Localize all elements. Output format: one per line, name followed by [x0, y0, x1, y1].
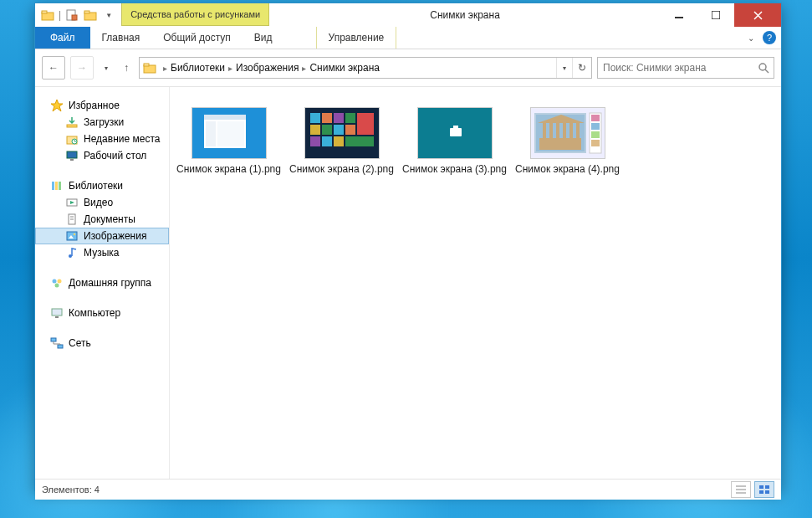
sidebar-libraries[interactable]: Библиотеки: [35, 177, 169, 194]
svg-rect-17: [70, 159, 74, 161]
sidebar-label: Библиотеки: [69, 180, 123, 192]
search-icon[interactable]: [753, 62, 774, 74]
svg-rect-58: [453, 126, 458, 129]
breadcrumb-sep-icon[interactable]: ▸: [160, 64, 171, 73]
close-button[interactable]: [734, 3, 781, 27]
history-dropdown-icon[interactable]: ▾: [99, 57, 114, 79]
breadcrumb-sep-icon[interactable]: ▸: [299, 64, 309, 73]
svg-rect-9: [144, 64, 149, 66]
up-button[interactable]: ↑: [119, 57, 134, 79]
maximize-button[interactable]: [697, 3, 734, 27]
sidebar-item-recent[interactable]: Недавние места: [35, 131, 169, 147]
file-name: Снимок экрана (2).png: [289, 164, 394, 176]
video-icon: [65, 196, 79, 209]
status-item-count: Элементов: 4: [42, 485, 100, 495]
svg-rect-55: [345, 136, 374, 146]
sidebar-network[interactable]: Сеть: [35, 335, 169, 351]
svg-rect-72: [591, 123, 600, 130]
svg-point-32: [55, 284, 59, 288]
view-thumbnails-button[interactable]: [754, 481, 774, 498]
properties-icon[interactable]: [64, 8, 79, 23]
file-item[interactable]: Снимок экрана (1).png: [176, 102, 281, 176]
tab-view[interactable]: Вид: [243, 27, 284, 49]
svg-rect-41: [217, 121, 244, 146]
breadcrumb-item[interactable]: Библиотеки: [171, 62, 225, 74]
sidebar-label: Компьютер: [69, 307, 120, 319]
sidebar-item-pictures[interactable]: Изображения: [35, 228, 169, 244]
status-bar: Элементов: 4: [35, 479, 781, 500]
sidebar-item-label: Загрузки: [84, 116, 124, 128]
breadcrumb[interactable]: ▸ Библиотеки ▸ Изображения ▸ Снимки экра…: [139, 57, 592, 79]
file-item[interactable]: Снимок экрана (4).png: [515, 102, 620, 176]
file-item[interactable]: Снимок экрана (3).png: [402, 102, 507, 176]
svg-rect-57: [450, 128, 462, 136]
sidebar-item-documents[interactable]: Документы: [35, 211, 169, 228]
libraries-icon: [50, 179, 64, 192]
forward-button: →: [70, 56, 94, 79]
computer-icon: [50, 306, 64, 320]
tab-file[interactable]: Файл: [35, 27, 90, 49]
minimize-button[interactable]: [661, 3, 697, 27]
sidebar-homegroup[interactable]: Домашняя группа: [35, 274, 169, 291]
file-name: Снимок экрана (4).png: [515, 164, 620, 176]
sidebar-item-video[interactable]: Видео: [35, 194, 169, 211]
breadcrumb-item[interactable]: Изображения: [236, 62, 299, 74]
svg-rect-35: [51, 338, 56, 341]
sidebar-label: Домашняя группа: [69, 277, 151, 289]
ribbon-expand-icon[interactable]: ⌄: [748, 33, 754, 43]
sidebar-item-downloads[interactable]: Загрузки: [35, 114, 169, 131]
svg-rect-45: [334, 113, 344, 123]
svg-rect-47: [357, 113, 374, 135]
new-folder-icon[interactable]: [83, 8, 98, 23]
pictures-icon: [65, 229, 79, 243]
view-details-button[interactable]: [731, 481, 751, 498]
search-box[interactable]: [597, 57, 774, 79]
svg-rect-19: [55, 182, 58, 190]
file-thumbnail: [304, 107, 380, 159]
back-button[interactable]: ←: [42, 56, 65, 79]
music-icon: [65, 246, 79, 259]
svg-rect-73: [591, 131, 600, 138]
svg-rect-20: [59, 182, 61, 190]
svg-rect-50: [334, 125, 344, 135]
qat-dropdown-icon[interactable]: ▼: [101, 8, 116, 23]
help-icon[interactable]: ?: [763, 31, 776, 44]
breadcrumb-history-icon[interactable]: ▾: [556, 58, 572, 78]
desktop-icon: [65, 149, 79, 162]
file-thumbnail: [192, 107, 267, 159]
sidebar-item-music[interactable]: Музыка: [35, 244, 169, 261]
sidebar-item-label: Видео: [84, 197, 113, 208]
search-input[interactable]: [598, 62, 753, 74]
file-list[interactable]: Снимок экрана (1).png Снимок экрана (2).…: [170, 87, 781, 479]
tab-home[interactable]: Главная: [90, 27, 152, 49]
refresh-icon[interactable]: ↻: [572, 58, 591, 78]
breadcrumb-folder-icon[interactable]: [140, 61, 160, 74]
folder-icon[interactable]: [40, 8, 55, 23]
sidebar-label: Сеть: [69, 337, 91, 349]
svg-rect-64: [549, 123, 553, 140]
svg-point-31: [58, 280, 62, 284]
tab-share[interactable]: Общий доступ: [151, 27, 243, 49]
sidebar-favorites[interactable]: Избранное: [35, 97, 169, 114]
svg-rect-53: [322, 136, 332, 146]
breadcrumb-sep-icon[interactable]: ▸: [225, 64, 236, 73]
breadcrumb-item[interactable]: Снимки экрана: [309, 62, 380, 74]
svg-rect-51: [345, 125, 355, 135]
file-item[interactable]: Снимок экрана (2).png: [289, 102, 394, 176]
file-name: Снимок экрана (1).png: [176, 164, 281, 176]
sidebar-item-desktop[interactable]: Рабочий стол: [35, 147, 169, 164]
quick-access-toolbar: | ▼: [35, 3, 121, 27]
svg-rect-5: [84, 11, 89, 13]
titlebar: | ▼ Средства работы с рисунками Снимки э…: [35, 3, 781, 27]
svg-rect-79: [765, 485, 769, 489]
tab-manage[interactable]: Управление: [316, 27, 397, 49]
file-thumbnail: [530, 107, 605, 159]
svg-marker-12: [51, 100, 63, 111]
svg-rect-46: [345, 113, 355, 123]
svg-rect-26: [67, 232, 77, 240]
sidebar-computer[interactable]: Компьютер: [35, 305, 169, 321]
svg-rect-71: [591, 115, 600, 121]
svg-rect-33: [52, 309, 62, 315]
svg-rect-34: [55, 316, 59, 318]
svg-rect-16: [67, 151, 77, 158]
